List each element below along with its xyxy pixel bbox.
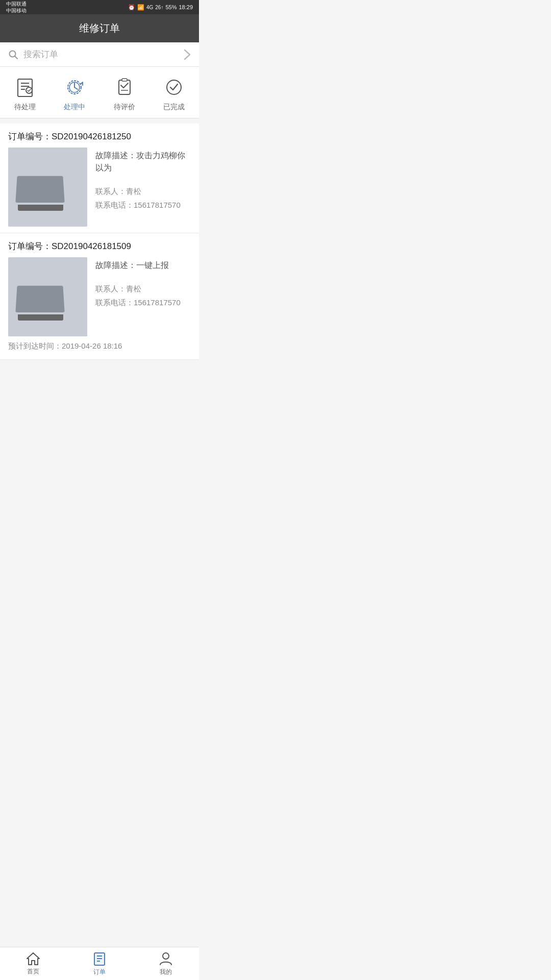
contact-phone-1: 联系电话：15617817570 <box>95 198 191 212</box>
order-item-1[interactable]: 订单编号：SD20190426181250 故障描述：攻击力鸡柳你以为 联系人：… <box>0 124 199 233</box>
battery-text: 55% <box>165 4 177 10</box>
time-display: 18:29 <box>179 4 193 10</box>
processing-icon <box>62 75 87 100</box>
tab-pending[interactable]: 待处理 <box>0 75 50 112</box>
to-review-icon <box>112 75 137 100</box>
carrier-info: 中国联通 中国移动 <box>6 1 27 14</box>
order-content-2: 故障描述：一键上报 联系人：青松 联系电话：15617817570 <box>0 257 199 336</box>
order-details-2: 故障描述：一键上报 联系人：青松 联系电话：15617817570 <box>95 257 191 336</box>
order-list: 订单编号：SD20190426181250 故障描述：攻击力鸡柳你以为 联系人：… <box>0 124 199 360</box>
search-forward-icon[interactable] <box>184 49 191 60</box>
svg-point-14 <box>167 80 181 94</box>
tab-pending-label: 待处理 <box>14 103 36 112</box>
contact-person-1: 联系人：青松 <box>95 184 191 198</box>
order-details-1: 故障描述：攻击力鸡柳你以为 联系人：青松 联系电话：15617817570 <box>95 148 191 227</box>
contact-person-2: 联系人：青松 <box>95 282 191 296</box>
pending-icon <box>13 75 37 100</box>
tab-to-review[interactable]: 待评价 <box>99 75 149 112</box>
order-number-2: 订单编号：SD20190426181509 <box>0 233 199 257</box>
order-image-2 <box>8 257 87 336</box>
tab-bar: 待处理 处理中 待评价 <box>0 67 199 118</box>
search-icon <box>8 50 18 60</box>
order-number-1: 订单编号：SD20190426181250 <box>0 124 199 148</box>
completed-icon <box>162 75 186 100</box>
svg-rect-13 <box>122 79 127 81</box>
tab-to-review-label: 待评价 <box>114 103 135 112</box>
order-contact-1: 联系人：青松 联系电话：15617817570 <box>95 184 191 212</box>
tab-completed-label: 已完成 <box>163 103 185 112</box>
status-bar: 中国联通 中国移动 ⏰ 📶 4G 26↑ 55% 18:29 <box>0 0 199 14</box>
tab-processing[interactable]: 处理中 <box>50 75 100 112</box>
alarm-icon: ⏰ <box>128 4 135 11</box>
order-content-1: 故障描述：攻击力鸡柳你以为 联系人：青松 联系电话：15617817570 <box>0 148 199 227</box>
page-title: 维修订单 <box>79 22 120 34</box>
order-contact-2: 联系人：青松 联系电话：15617817570 <box>95 282 191 309</box>
search-placeholder: 搜索订单 <box>23 48 184 60</box>
signal-icon: 4G <box>146 5 153 10</box>
tab-completed[interactable]: 已完成 <box>149 75 199 112</box>
order-fault-2: 故障描述：一键上报 <box>95 259 191 272</box>
order-item-2[interactable]: 订单编号：SD20190426181509 故障描述：一键上报 联系人：青松 联… <box>0 233 199 360</box>
tab-processing-label: 处理中 <box>64 103 85 112</box>
order-image-1 <box>8 148 87 227</box>
page-header: 维修订单 <box>0 14 199 42</box>
search-bar[interactable]: 搜索订单 <box>0 42 199 67</box>
order-estimate-2: 预计到达时间：2019-04-26 18:16 <box>0 336 199 353</box>
signal2-icon: 26↑ <box>155 5 163 10</box>
svg-line-1 <box>15 56 17 59</box>
svg-line-10 <box>74 87 78 89</box>
order-fault-1: 故障描述：攻击力鸡柳你以为 <box>95 150 191 174</box>
wifi-icon: 📶 <box>137 4 144 11</box>
status-right: ⏰ 📶 4G 26↑ 55% 18:29 <box>128 4 193 11</box>
contact-phone-2: 联系电话：15617817570 <box>95 296 191 309</box>
